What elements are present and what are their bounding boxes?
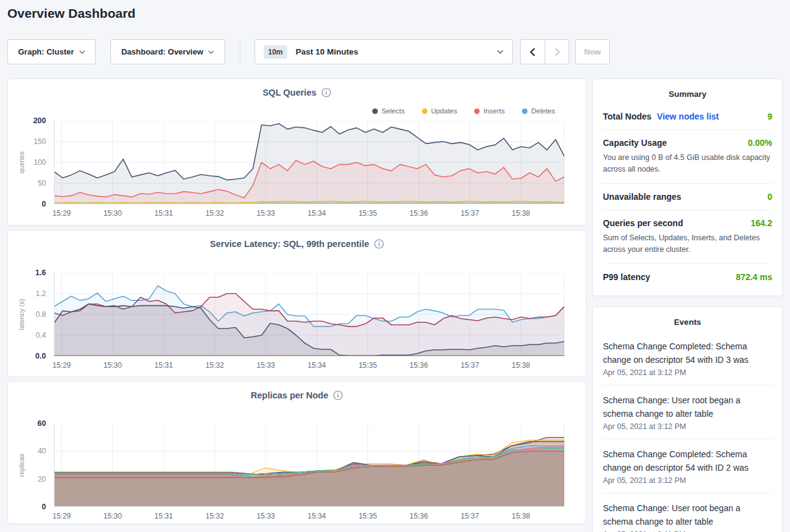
dashboard-dropdown-label: Dashboard: Overview [121, 47, 204, 56]
summary-row-unavailable-ranges: Unavailable ranges 0 [603, 184, 772, 210]
chevron-down-icon [497, 50, 504, 54]
graph-dropdown-label: Graph: Cluster [18, 47, 74, 56]
legend-item-deletes[interactable]: Deletes [522, 107, 555, 115]
x-tick-label: 15:33 [256, 512, 275, 520]
summary-title: Summary [593, 79, 782, 104]
event-timestamp: Apr 05, 2021 at 3:12 PM [603, 422, 772, 431]
x-tick-label: 15:31 [155, 512, 173, 520]
chevron-right-icon [554, 48, 560, 56]
x-tick-label: 15:36 [410, 512, 428, 520]
summary-row-p99-latency: P99 latency 872.4 ms [603, 264, 772, 290]
x-tick-label: 15:29 [52, 361, 71, 370]
info-icon[interactable] [333, 390, 343, 400]
summary-value: 0.00% [748, 138, 772, 148]
summary-description: Sum of Selects, Updates, Inserts, and De… [603, 232, 772, 256]
x-tick-label: 15:32 [205, 209, 224, 218]
x-tick-label: 15:30 [104, 209, 122, 218]
x-axis-ticks: 15:2915:3015:3115:3215:3315:3415:3515:36… [15, 121, 580, 224]
summary-value: 0 [767, 192, 772, 202]
x-tick-label: 15:33 [256, 361, 275, 370]
legend-dot [372, 108, 378, 114]
x-tick-label: 15:36 [410, 361, 428, 370]
legend-dot [522, 108, 527, 114]
summary-panel: Summary Total Nodes View nodes list 9 Ca… [592, 78, 783, 296]
sql-queries-chart: queries 050100150200 15:2915:3015:3115:3… [15, 121, 580, 224]
time-range-label: Past 10 Minutes [296, 47, 358, 56]
event-item: Schema Change: User root began a schema … [603, 493, 772, 532]
replicas-per-node-chart: replicas 0204060 15:2915:3015:3115:3215:… [15, 424, 580, 526]
summary-label: Unavailable ranges [603, 192, 681, 202]
events-panel: Events Schema Change Completed: Schema c… [592, 306, 783, 532]
x-tick-label: 15:35 [359, 512, 377, 520]
summary-label: Queries per second [603, 218, 683, 228]
x-tick-label: 15:38 [512, 361, 530, 370]
info-icon[interactable] [321, 88, 331, 97]
summary-row-total-nodes: Total Nodes View nodes list 9 [603, 104, 772, 130]
summary-description: You are using 0 B of 4.5 GiB usable disk… [603, 152, 772, 175]
graph-dropdown[interactable]: Graph: Cluster [7, 39, 96, 64]
x-tick-label: 15:37 [461, 209, 479, 218]
x-tick-label: 15:30 [104, 512, 122, 520]
service-latency-chart: latency (s) 0.00.40.81.21.6 15:2915:3015… [15, 273, 580, 376]
time-range-badge: 10m [264, 45, 287, 59]
x-tick-label: 15:34 [307, 361, 326, 370]
chevron-down-icon [208, 50, 214, 54]
event-item: Schema Change Completed: Schema change o… [603, 332, 772, 385]
legend-item-updates[interactable]: Updates [422, 107, 458, 115]
page-title: Overview Dashboard [7, 6, 136, 21]
now-button[interactable]: Now [575, 39, 610, 64]
summary-label: Capacity Usage [603, 138, 667, 148]
chevron-down-icon [79, 50, 85, 54]
x-tick-label: 15:32 [205, 361, 224, 370]
event-item: Schema Change Completed: Schema change o… [603, 439, 772, 493]
x-tick-label: 15:29 [52, 512, 71, 520]
time-nav-group [520, 39, 569, 64]
x-tick-label: 15:38 [512, 209, 530, 218]
x-tick-label: 15:37 [461, 361, 479, 370]
legend-dot [474, 108, 480, 114]
x-tick-label: 15:38 [512, 512, 530, 520]
x-tick-label: 15:35 [359, 361, 377, 370]
event-text: Schema Change Completed: Schema change o… [603, 447, 772, 474]
event-item: Schema Change: User root began a schema … [603, 385, 772, 439]
sql-queries-chart-card: SQL Queries Selects Updates Inserts Dele… [7, 78, 586, 226]
info-icon[interactable] [374, 239, 384, 249]
chart-title-service-latency: Service Latency: SQL, 99th percentile [210, 239, 369, 249]
summary-value: 9 [767, 112, 772, 121]
replicas-per-node-chart-card: Replicas per Node replicas 0204060 15:29… [7, 381, 586, 524]
legend-item-inserts[interactable]: Inserts [474, 107, 505, 115]
x-tick-label: 15:37 [461, 512, 479, 520]
prev-time-button[interactable] [521, 40, 545, 64]
x-tick-label: 15:31 [155, 361, 173, 370]
x-tick-label: 15:36 [410, 209, 428, 218]
legend-item-selects[interactable]: Selects [372, 107, 405, 115]
x-tick-label: 15:32 [205, 512, 224, 520]
event-text: Schema Change: User root began a schema … [603, 393, 772, 420]
dashboard-dropdown[interactable]: Dashboard: Overview [110, 39, 225, 64]
summary-row-queries-per-second: Queries per second 164.2 Sum of Selects,… [603, 210, 772, 264]
x-tick-label: 15:33 [256, 209, 275, 218]
summary-label: Total Nodes [603, 112, 651, 121]
events-title: Events [593, 307, 782, 332]
chevron-left-icon [530, 48, 535, 56]
event-timestamp: Apr 05, 2021 at 3:12 PM [603, 476, 772, 485]
event-text: Schema Change: User root began a schema … [603, 501, 772, 528]
time-range-picker[interactable]: 10m Past 10 Minutes [255, 39, 513, 64]
next-time-button[interactable] [545, 40, 569, 64]
x-tick-label: 15:31 [155, 209, 173, 218]
x-tick-label: 15:30 [104, 361, 122, 370]
x-tick-label: 15:34 [307, 209, 326, 218]
service-latency-chart-card: Service Latency: SQL, 99th percentile la… [7, 230, 586, 377]
x-axis-ticks: 15:2915:3015:3115:3215:3315:3415:3515:36… [15, 424, 580, 526]
event-timestamp: Apr 05, 2021 at 3:12 PM [603, 368, 772, 377]
x-axis-ticks: 15:2915:3015:3115:3215:3315:3415:3515:36… [15, 273, 580, 376]
toolbar-divider [240, 40, 240, 63]
x-tick-label: 15:34 [307, 512, 326, 520]
event-text: Schema Change Completed: Schema change o… [603, 340, 772, 367]
chart-legend: Selects Updates Inserts Deletes [372, 107, 555, 115]
x-tick-label: 15:35 [359, 209, 377, 218]
summary-label: P99 latency [603, 272, 650, 282]
chart-title-sql-queries: SQL Queries [263, 88, 316, 97]
view-nodes-list-link[interactable]: View nodes list [657, 112, 719, 121]
summary-value: 872.4 ms [736, 272, 772, 282]
